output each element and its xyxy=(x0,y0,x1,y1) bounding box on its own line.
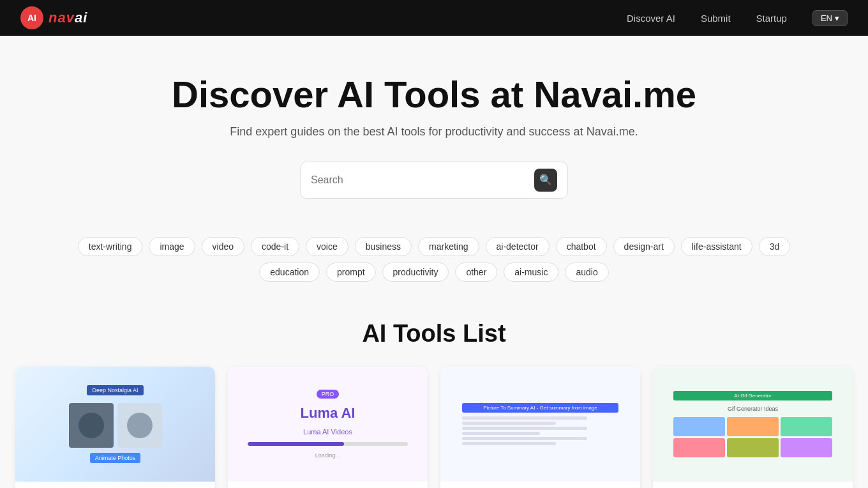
card-thumbnail: Deep Nostalgia AI Animate Photos xyxy=(15,367,215,482)
tag-ai-detector[interactable]: ai-detector xyxy=(486,237,550,256)
tag-life-assistant[interactable]: life-assistant xyxy=(681,237,752,256)
card-body: Luma AI Video Generator:... ↗ Luma AI Vi… xyxy=(228,482,428,488)
card-thumbnail: PRO Luma AI Luma AI Videos Loading... xyxy=(228,367,428,482)
tag-chatbot[interactable]: chatbot xyxy=(556,237,607,256)
search-input[interactable] xyxy=(311,174,529,186)
tag-audio[interactable]: audio xyxy=(565,263,608,282)
card-body: Deep Nostalgia AI: Animate... ↗ Users up… xyxy=(15,482,215,488)
logo[interactable]: AI navai xyxy=(20,6,87,29)
tag-business[interactable]: business xyxy=(355,237,412,256)
tag-productivity[interactable]: productivity xyxy=(382,263,449,282)
tag-marketing[interactable]: marketing xyxy=(418,237,479,256)
tags-container: text-writingimagevideocode-itvoicebusine… xyxy=(51,237,817,294)
tag-other[interactable]: other xyxy=(455,263,497,282)
tag-design-art[interactable]: design-art xyxy=(613,237,675,256)
card-thumbnail: Picture To Summary AI - Get summary from… xyxy=(440,367,640,482)
card-item[interactable]: PRO Luma AI Luma AI Videos Loading... Lu… xyxy=(228,367,428,488)
hero-title: Discover AI Tools at Navai.me xyxy=(13,74,855,115)
tag-ai-music[interactable]: ai-music xyxy=(504,263,558,282)
card-item[interactable]: Deep Nostalgia AI Animate Photos Deep No… xyxy=(15,367,215,488)
logo-icon: AI xyxy=(20,6,43,29)
cards-grid: Deep Nostalgia AI Animate Photos Deep No… xyxy=(0,367,868,488)
section-title: AI Tools List xyxy=(0,320,868,347)
search-container: 🔍 xyxy=(13,162,855,199)
hero-section: Discover AI Tools at Navai.me Find exper… xyxy=(0,36,868,237)
nav-submit[interactable]: Submit xyxy=(701,13,731,24)
search-box: 🔍 xyxy=(300,162,568,199)
search-icon: 🔍 xyxy=(539,174,552,186)
card-body: AI GIF Generator: Effortless... ↗ AI GIF… xyxy=(653,482,853,488)
chevron-down-icon: ▾ xyxy=(835,13,839,23)
nav-startup[interactable]: Startup xyxy=(756,13,787,24)
hero-subtitle: Find expert guides on the best AI tools … xyxy=(13,125,855,139)
nav-discover[interactable]: Discover AI xyxy=(627,13,675,24)
tag-education[interactable]: education xyxy=(259,263,320,282)
card-item[interactable]: Picture To Summary AI - Get summary from… xyxy=(440,367,640,488)
lang-selector[interactable]: EN ▾ xyxy=(812,10,848,26)
tag-code-it[interactable]: code-it xyxy=(251,237,299,256)
tag-video[interactable]: video xyxy=(202,237,244,256)
tag-prompt[interactable]: prompt xyxy=(326,263,376,282)
tag-image[interactable]: image xyxy=(149,237,195,256)
logo-text: navai xyxy=(49,10,87,26)
card-thumbnail: AI Gif Generator Gif Generator Ideas xyxy=(653,367,853,482)
tag-text-writing[interactable]: text-writing xyxy=(78,237,143,256)
tag-3d[interactable]: 3d xyxy=(759,237,791,256)
navbar-links: Discover AI Submit Startup EN ▾ xyxy=(627,10,848,26)
card-body: Picture To Summary AI:... ↗ Picture To S… xyxy=(440,482,640,488)
navbar: AI navai Discover AI Submit Startup EN ▾ xyxy=(0,0,868,36)
card-item[interactable]: AI Gif Generator Gif Generator Ideas AI … xyxy=(653,367,853,488)
tag-voice[interactable]: voice xyxy=(306,237,348,256)
search-button[interactable]: 🔍 xyxy=(534,169,557,192)
